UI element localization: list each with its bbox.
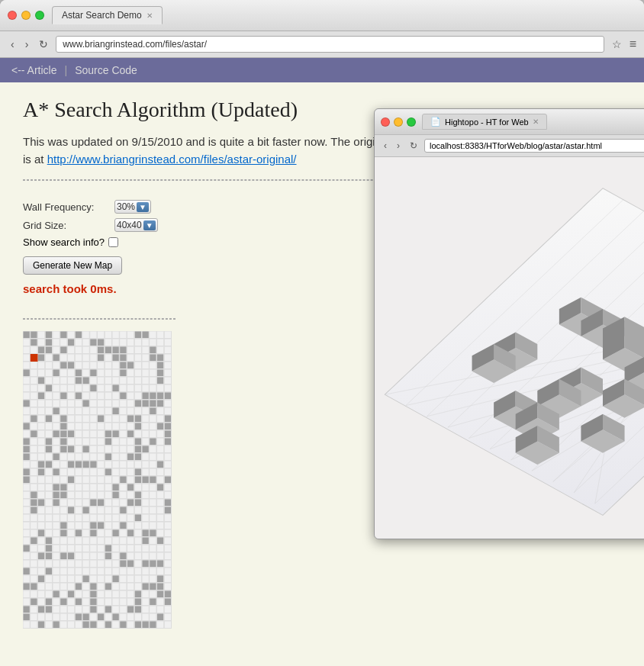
search-result: search took 0ms. (23, 282, 175, 295)
nested-content: Wall Frequency Try Closest (375, 157, 644, 539)
address-bar[interactable] (56, 36, 604, 53)
iso-svg (375, 157, 644, 539)
outer-browser: Astar Search Demo ✕ ‹ › ↻ ☆ ≡ <-- Articl… (0, 0, 644, 666)
controls-section: Wall Frequency: 30% ▼ Grid Size: 40x40 ▼ (23, 192, 175, 307)
traffic-lights (8, 11, 44, 20)
content-area: Wall Frequency: 30% ▼ Grid Size: 40x40 ▼ (23, 192, 621, 666)
tab-title: Astar Search Demo (62, 10, 142, 21)
tab-bar: Astar Search Demo ✕ (52, 6, 636, 24)
nested-min-btn[interactable] (394, 117, 403, 127)
desc-text-2: is at (23, 153, 44, 166)
wall-freq-row: Wall Frequency: 30% ▼ (23, 200, 175, 214)
grid-size-value: 40x40 (117, 220, 142, 230)
article-link[interactable]: <-- Article (11, 64, 57, 76)
nested-title-bar: 📄 Hightopo - HT for Web ✕ (375, 109, 644, 135)
maximize-button[interactable] (35, 11, 44, 20)
nested-close-btn[interactable] (381, 117, 390, 127)
nested-browser: 📄 Hightopo - HT for Web ✕ ‹ › ↻ ≡ (374, 108, 644, 539)
nested-tab-close[interactable]: ✕ (533, 117, 539, 126)
refresh-button[interactable]: ↻ (36, 37, 51, 52)
original-link[interactable]: http://www.briangrinstead.com/files/asta… (47, 153, 297, 166)
nested-traffic-lights (381, 117, 416, 127)
source-link[interactable]: Source Code (75, 64, 137, 76)
nested-fwd-btn[interactable]: › (394, 139, 403, 153)
right-panel: 📄 Hightopo - HT for Web ✕ ‹ › ↻ ≡ (191, 192, 621, 666)
tab-close-button[interactable]: ✕ (147, 11, 153, 20)
minimize-button[interactable] (21, 11, 31, 20)
nested-tab-icon: 📄 (430, 117, 441, 127)
menu-button[interactable]: ≡ (630, 37, 636, 51)
active-tab[interactable]: Astar Search Demo ✕ (52, 6, 163, 24)
bookmark-button[interactable]: ☆ (609, 37, 625, 52)
divider-mid (23, 318, 175, 320)
iso-scene (375, 157, 644, 539)
nav-bar: ‹ › ↻ ☆ ≡ (0, 31, 644, 58)
toolbar-separator: | (65, 64, 68, 76)
close-button[interactable] (8, 11, 17, 20)
wall-freq-value: 30% (117, 201, 135, 212)
left-panel: Wall Frequency: 30% ▼ Grid Size: 40x40 ▼ (23, 192, 175, 666)
nested-tab[interactable]: 📄 Hightopo - HT for Web ✕ (422, 114, 547, 130)
show-search-row: Show search info? (23, 236, 175, 248)
wall-freq-select[interactable]: 30% ▼ (114, 200, 151, 214)
page-toolbar: <-- Article | Source Code (0, 58, 644, 82)
grid-size-arrow: ▼ (143, 220, 156, 230)
title-bar: Astar Search Demo ✕ (0, 0, 644, 31)
show-search-label: Show search info? (23, 236, 105, 248)
generate-button[interactable]: Generate New Map (23, 256, 122, 275)
forward-button[interactable]: › (22, 37, 32, 52)
wall-freq-arrow: ▼ (137, 202, 149, 212)
nested-tab-title: Hightopo - HT for Web (445, 117, 529, 127)
grid-size-select[interactable]: 40x40 ▼ (114, 218, 158, 232)
grid-size-label: Grid Size: (23, 220, 114, 231)
back-button[interactable]: ‹ (8, 37, 18, 52)
grid-size-row: Grid Size: 40x40 ▼ (23, 218, 175, 232)
nested-max-btn[interactable] (407, 117, 416, 127)
page-content: <-- Article | Source Code A* Search Algo… (0, 58, 644, 666)
nested-nav: ‹ › ↻ ≡ (375, 135, 644, 157)
wall-freq-label: Wall Frequency: (23, 201, 114, 213)
show-search-checkbox[interactable] (108, 237, 118, 247)
nested-address-bar[interactable] (424, 139, 644, 153)
main-content: A* Search Algorithm (Updated) This was u… (0, 82, 644, 666)
grid-canvas (23, 331, 172, 629)
desc-text-1: This was updated on 9/15/2010 and is qui… (23, 135, 422, 148)
nested-refresh-btn[interactable]: ↻ (407, 139, 420, 153)
nested-back-btn[interactable]: ‹ (381, 139, 390, 153)
grid-map (23, 331, 175, 631)
